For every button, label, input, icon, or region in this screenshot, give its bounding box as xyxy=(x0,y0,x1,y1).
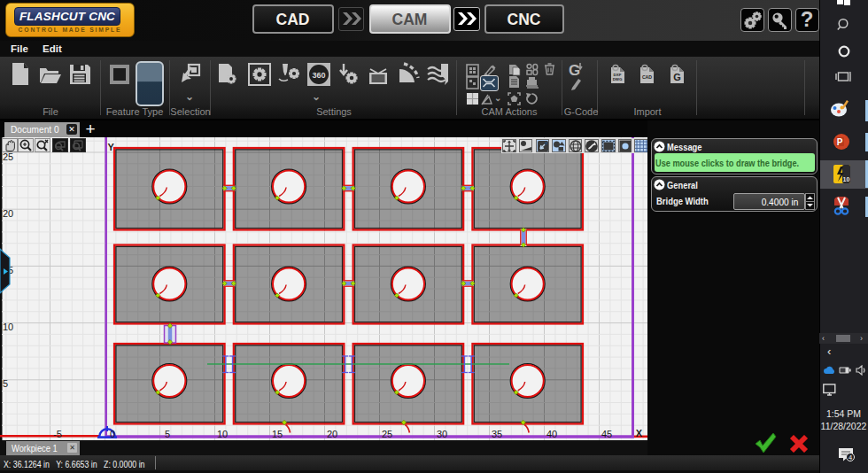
svg-text:4: 4 xyxy=(849,454,852,461)
svg-text:25: 25 xyxy=(3,151,13,162)
svg-text:15: 15 xyxy=(272,429,283,439)
svg-text:X: X xyxy=(636,428,643,438)
svg-text:G: G xyxy=(673,72,681,82)
svg-text:20: 20 xyxy=(327,429,337,439)
svg-text:40: 40 xyxy=(546,429,557,439)
svg-text:10: 10 xyxy=(217,429,228,439)
svg-text:P: P xyxy=(837,137,843,147)
svg-text:-5: -5 xyxy=(53,429,62,439)
svg-text:Y: Y xyxy=(108,142,115,152)
svg-text:0: 0 xyxy=(110,429,115,439)
svg-text:DWG: DWG xyxy=(613,77,623,81)
svg-text:25: 25 xyxy=(382,429,392,439)
svg-text:20: 20 xyxy=(3,208,13,219)
svg-text:35: 35 xyxy=(492,429,502,439)
svg-text:45: 45 xyxy=(601,429,612,439)
svg-text:360: 360 xyxy=(312,71,325,80)
svg-text:5: 5 xyxy=(3,378,8,389)
svg-text:30: 30 xyxy=(437,429,447,439)
svg-text:10: 10 xyxy=(3,322,13,332)
svg-text:10: 10 xyxy=(843,176,850,182)
svg-text:5: 5 xyxy=(165,429,170,439)
svg-text:CAD: CAD xyxy=(642,74,652,80)
